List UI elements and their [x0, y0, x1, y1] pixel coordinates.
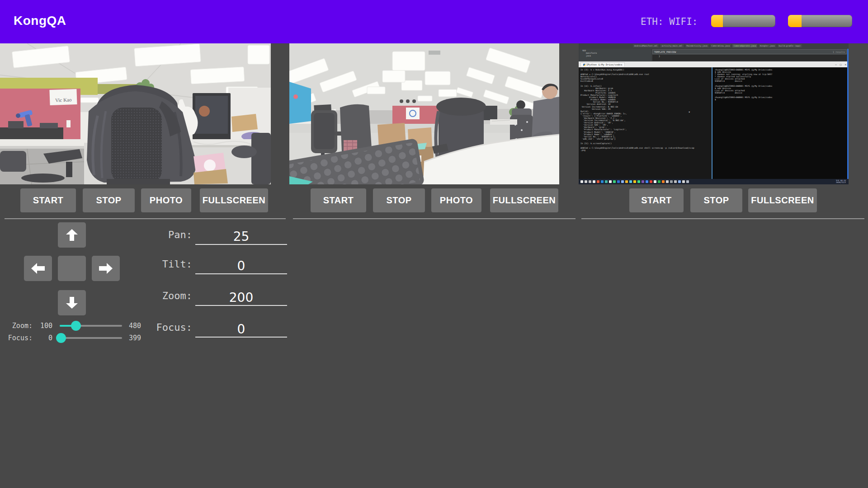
focus-slider-label: Focus:	[5, 334, 33, 342]
taskbar-app-icon	[674, 180, 677, 183]
taskbar-app-icon	[666, 180, 669, 183]
ide-search-text: TEMPLATE_PREVIEW	[654, 51, 676, 53]
taskbar-app-icon	[585, 180, 587, 183]
ide-search-results: 1 results	[833, 51, 845, 53]
app-header: KongQA ETH: WIFI:	[0, 0, 868, 43]
ipython-window-tab: IPython G:My Drive/codes	[580, 62, 625, 66]
ide-window: AndroidManifest.xmlactivity_main.xmlMain…	[579, 43, 849, 61]
cam2-fullscreen-button[interactable]: FULLSCREEN	[490, 188, 558, 212]
zoom-value: 200	[229, 291, 253, 305]
focus-label: Focus:	[156, 322, 192, 333]
zoom-slider-label: Zoom:	[5, 322, 33, 330]
panel2-divider	[293, 218, 576, 219]
taskbar-app-icon	[593, 180, 595, 183]
ipython-window-title: IPython G:My Drive/codes	[586, 63, 622, 66]
ide-project-tree: appmanifestsjava	[580, 49, 651, 61]
taskbar-app-icon	[654, 180, 656, 183]
taskbar-app-icon	[658, 180, 660, 183]
wifi-level-bar[interactable]	[788, 15, 852, 27]
taskbar-app-icon	[605, 180, 608, 183]
focus-slider-max: 399	[129, 334, 148, 342]
cam2-start-button[interactable]: START	[311, 188, 366, 212]
ide-search-bar: TEMPLATE_PREVIEW 1 results	[652, 49, 847, 54]
eth-level-fill	[711, 15, 723, 27]
cam1-start-button[interactable]: START	[20, 188, 76, 212]
taskbar-app-icon	[601, 180, 604, 183]
focus-input[interactable]: 0	[195, 317, 287, 338]
taskbar-app-icon	[589, 180, 591, 183]
taskbar-app-icon	[682, 180, 685, 183]
kongqa-app: KongQA ETH: WIFI:	[0, 0, 868, 488]
network-status-labels: ETH: WIFI:	[641, 16, 706, 27]
pan-label: Pan:	[168, 229, 192, 240]
focus-value: 0	[237, 323, 245, 337]
camera-2-feed	[289, 43, 559, 184]
focus-slider-thumb[interactable]	[56, 333, 66, 343]
eth-level-bar[interactable]	[711, 15, 775, 27]
msys-terminal: zhuang11@6522093+6N8001 MSYS /g/My Drive…	[712, 67, 849, 179]
taskbar-app-icon	[686, 180, 689, 183]
zoom-slider-track[interactable]	[60, 325, 122, 327]
tilt-label: Tilt:	[162, 258, 192, 270]
tilt-value: 0	[237, 259, 245, 273]
cam3-start-button[interactable]: START	[629, 188, 684, 212]
terminal-split: In [3]: k = RobotRun.kong.KongADB() ADBC…	[579, 67, 849, 179]
cam1-stop-button[interactable]: STOP	[83, 188, 135, 212]
ipython-window-titlebar: IPython G:My Drive/codes – ▢ ✕	[579, 61, 849, 67]
taskbar-app-icon	[580, 180, 583, 183]
taskbar-app-icon	[625, 180, 628, 183]
taskbar-app-icon	[629, 180, 632, 183]
minimize-icon: –	[835, 63, 837, 66]
panel1-divider	[5, 218, 286, 219]
cam1-fullscreen-button[interactable]: FULLSCREEN	[200, 188, 268, 212]
panel3-divider	[581, 218, 864, 219]
window-edge-strip	[847, 49, 849, 179]
wifi-level-fill	[788, 15, 802, 27]
cam1-photo-button[interactable]: PHOTO	[141, 188, 191, 212]
python-icon	[583, 64, 585, 66]
cam2-stop-button[interactable]: STOP	[373, 188, 425, 212]
ipython-console: In [3]: k = RobotRun.kong.KongADB() ADBC…	[579, 67, 712, 179]
pan-input[interactable]: 25	[195, 224, 287, 245]
ide-editor-tabs: AndroidManifest.xmlactivity_main.xmlMain…	[633, 44, 848, 47]
tilt-field-row: Tilt: 0	[0, 253, 287, 273]
taskbar-app-icon	[678, 180, 681, 183]
pan-value: 25	[233, 230, 250, 244]
taskbar-app-icon	[621, 180, 624, 183]
maximize-icon: ▢	[840, 63, 842, 66]
wifi-label: WIFI:	[669, 16, 698, 27]
zoom-slider-max: 480	[129, 322, 148, 330]
taskbar-app-icon	[646, 180, 648, 183]
zoom-label: Zoom:	[162, 290, 192, 301]
taskbar-app-icon	[642, 180, 644, 183]
camera-1-scene: Vic Kao	[0, 43, 271, 184]
zoom-slider-min: 100	[34, 322, 52, 330]
zoom-input[interactable]: 200	[195, 285, 287, 306]
zoom-slider-thumb[interactable]	[71, 321, 81, 331]
taskbar-app-icon	[650, 180, 652, 183]
zoom-slider-row: Zoom: 100 480	[5, 320, 149, 332]
camera-2-scene	[289, 43, 559, 184]
focus-slider-track[interactable]	[60, 337, 122, 339]
taskbar-app-icon	[633, 180, 636, 183]
app-title: KongQA	[14, 14, 66, 28]
cam3-fullscreen-button[interactable]: FULLSCREEN	[748, 188, 817, 212]
taskbar-app-icon	[662, 180, 665, 183]
taskbar-app-icon	[609, 180, 612, 183]
close-icon: ✕	[844, 63, 846, 66]
window-controls: – ▢ ✕	[835, 63, 849, 66]
remote-desktop-screenshot: AndroidManifest.xmlactivity_main.xmlMain…	[579, 43, 849, 184]
taskbar-app-icon	[637, 180, 640, 183]
tilt-input[interactable]: 0	[195, 253, 287, 274]
windows-taskbar: 下午 04:132020/12/2	[579, 179, 849, 184]
taskbar-app-icon	[597, 180, 599, 183]
ide-code-line: }	[652, 55, 847, 61]
focus-slider-min: 0	[34, 334, 52, 342]
taskbar-app-icon	[613, 180, 616, 183]
focus-slider-row: Focus: 0 399	[5, 332, 149, 344]
cam2-photo-button[interactable]: PHOTO	[431, 188, 481, 212]
cam3-stop-button[interactable]: STOP	[690, 188, 742, 212]
camera-3-feed: AndroidManifest.xmlactivity_main.xmlMain…	[579, 43, 849, 184]
pan-field-row: Pan: 25	[0, 224, 287, 244]
camera-1-feed: Vic Kao	[0, 43, 271, 184]
